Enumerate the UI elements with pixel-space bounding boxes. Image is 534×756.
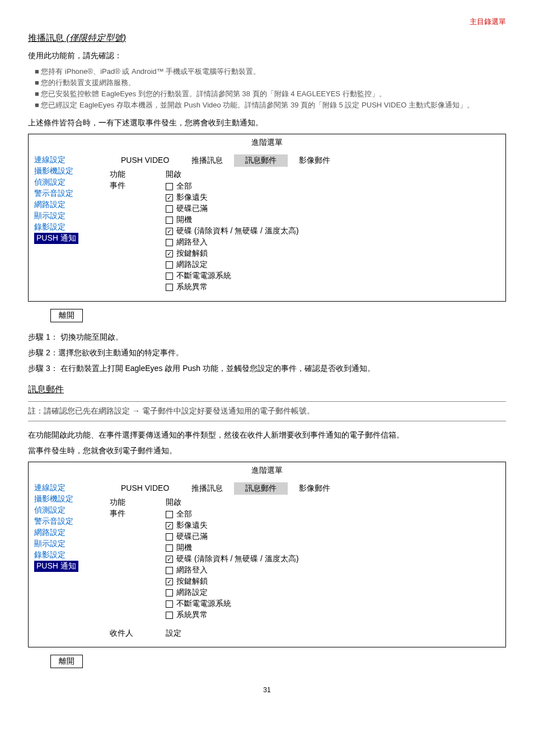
event-item[interactable]: 網路登入 [166,237,500,248]
event-item[interactable]: 開機 [166,214,500,226]
checkbox-icon[interactable] [166,612,173,619]
list-item: 您的行動裝置支援網路服務。 [35,78,506,88]
tab-push-video[interactable]: PUSH VIDEO [110,154,180,167]
event-text: 網路登入 [176,237,208,246]
checkbox-icon[interactable] [166,228,173,235]
checkbox-icon[interactable] [166,600,173,608]
event-text: 不斷電電源系統 [176,271,231,280]
sidebar-item-camera[interactable]: 攝影機設定 [34,494,93,505]
sidebar-item-push[interactable]: PUSH 通知 [34,561,78,572]
menu-box-mail: 進階選單 連線設定 攝影機設定 偵測設定 警示音設定 網路設定 顯示設定 錄影設… [28,462,506,647]
checkbox-icon[interactable] [166,217,173,224]
sidebar-item-camera[interactable]: 攝影機設定 [34,166,93,177]
label-func: 功能 [110,170,166,180]
event-item[interactable]: 不斷電電源系統 [166,270,500,281]
sidebar-item-alert[interactable]: 警示音設定 [34,516,93,527]
event-item[interactable]: 系統異常 [166,281,500,293]
exit-button[interactable]: 離開 [50,309,83,322]
sidebar-item-display[interactable]: 顯示設定 [34,210,93,222]
value-setting[interactable]: 設定 [166,628,500,638]
sidebar-item-detect[interactable]: 偵測設定 [34,505,93,516]
checkbox-icon[interactable] [166,183,173,190]
event-text: 網路設定 [176,588,208,597]
event-item[interactable]: 硬碟已滿 [166,531,500,542]
label-func: 功能 [110,497,166,508]
msg-mail-title: 訊息郵件 [28,384,506,396]
tab-push-video[interactable]: PUSH VIDEO [110,482,180,495]
event-text: 硬碟 (清除資料 / 無硬碟 / 溫度太高) [176,226,299,235]
sidebar-item-push[interactable]: PUSH 通知 [34,233,78,244]
event-item[interactable]: 系統異常 [166,609,500,621]
sidebar-item-detect[interactable]: 偵測設定 [34,177,93,188]
value-func: 開啟 [166,497,500,508]
event-list: 全部 影像遺失 硬碟已滿 開機 硬碟 (清除資料 / 無硬碟 / 溫度太高) 網… [166,181,500,293]
content-col: PUSH VIDEO 推播訊息 訊息郵件 影像郵件 功能 開啟 事件 全部 影像… [93,482,500,639]
list-item: 您持有 iPhone®、iPad® 或 Android™ 手機或平板電腦等行動裝… [35,67,506,77]
tabs-row: PUSH VIDEO 推播訊息 訊息郵件 影像郵件 [110,154,500,167]
checkbox-icon[interactable] [166,544,173,552]
sidebar-item-alert[interactable]: 警示音設定 [34,188,93,199]
event-item[interactable]: 網路登入 [166,565,500,576]
checkbox-icon[interactable] [166,261,173,269]
event-item[interactable]: 按鍵解鎖 [166,248,500,259]
event-text: 硬碟 (清除資料 / 無硬碟 / 溫度太高) [176,554,299,563]
checkbox-icon[interactable] [166,578,173,585]
tab-push-msg[interactable]: 推播訊息 [180,482,234,495]
para-2: 在功能開啟此功能、在事件選擇要傳送通知的事件類型，然後在收件人新增要收到事件通知… [28,430,506,440]
event-item[interactable]: 全部 [166,509,500,520]
tab-img-mail[interactable]: 影像郵件 [288,154,341,167]
event-item[interactable]: 網路設定 [166,587,500,598]
tab-msg-mail[interactable]: 訊息郵件 [234,154,288,167]
sidebar-item-network[interactable]: 網路設定 [34,527,93,538]
pre-text: 使用此功能前，請先確認： [28,51,506,61]
checkbox-icon[interactable] [166,205,173,213]
event-item[interactable]: 全部 [166,181,500,192]
push-title-sub: (僅限特定型號) [66,33,126,43]
tabs-row: PUSH VIDEO 推播訊息 訊息郵件 影像郵件 [110,482,500,495]
checkbox-icon[interactable] [166,556,173,563]
event-item[interactable]: 不斷電電源系統 [166,598,500,609]
checkbox-icon[interactable] [166,194,173,201]
event-item[interactable]: 開機 [166,542,500,553]
event-item[interactable]: 硬碟 (清除資料 / 無硬碟 / 溫度太高) [166,226,500,237]
event-text: 網路登入 [176,565,208,574]
event-text: 開機 [176,215,192,224]
tab-push-msg[interactable]: 推播訊息 [180,154,234,167]
checkbox-icon[interactable] [166,511,173,518]
event-item[interactable]: 影像遺失 [166,192,500,203]
checkbox-icon[interactable] [166,250,173,257]
header-link[interactable]: 主目錄選單 [28,17,506,27]
sidebar-item-connection[interactable]: 連線設定 [34,154,93,166]
sidebar-item-record[interactable]: 錄影設定 [34,222,93,233]
content-col: PUSH VIDEO 推播訊息 訊息郵件 影像郵件 功能 開啟 事件 全部 影像… [93,154,500,293]
checkbox-icon[interactable] [166,589,173,597]
sidebar-item-display[interactable]: 顯示設定 [34,538,93,550]
checkbox-icon[interactable] [166,273,173,280]
exit-button[interactable]: 離開 [50,655,83,668]
event-item[interactable]: 硬碟 (清除資料 / 無硬碟 / 溫度太高) [166,553,500,565]
event-item[interactable]: 影像遺失 [166,520,500,531]
sidebar-item-record[interactable]: 錄影設定 [34,550,93,561]
para-3: 當事件發生時，您就會收到電子郵件通知。 [28,446,506,456]
event-text: 按鍵解鎖 [176,248,208,257]
sidebar-item-connection[interactable]: 連線設定 [34,482,93,494]
tab-img-mail[interactable]: 影像郵件 [288,482,341,495]
checkbox-icon[interactable] [166,522,173,529]
list-item: 您已安裝監控軟體 EagleEyes 到您的行動裝置。詳情請參閱第 38 頁的「… [35,89,506,99]
tab-msg-mail[interactable]: 訊息郵件 [234,482,288,495]
event-text: 系統異常 [176,282,208,291]
menu-title: 進階選單 [29,462,505,479]
event-item[interactable]: 按鍵解鎖 [166,576,500,587]
checkbox-icon[interactable] [166,533,173,541]
event-item[interactable]: 網路設定 [166,259,500,270]
event-item[interactable]: 硬碟已滿 [166,203,500,214]
label-event: 事件 [110,509,166,519]
step-2: 步驟 2：選擇您欲收到主動通知的特定事件。 [28,348,506,358]
post-text: 上述條件皆符合時，一有下述選取事件發生，您將會收到主動通知。 [28,118,506,128]
checkbox-icon[interactable] [166,284,173,291]
checkbox-icon[interactable] [166,567,173,574]
checkbox-icon[interactable] [166,239,173,246]
event-text: 硬碟已滿 [176,204,208,213]
event-text: 不斷電電源系統 [176,599,231,608]
sidebar-item-network[interactable]: 網路設定 [34,199,93,210]
